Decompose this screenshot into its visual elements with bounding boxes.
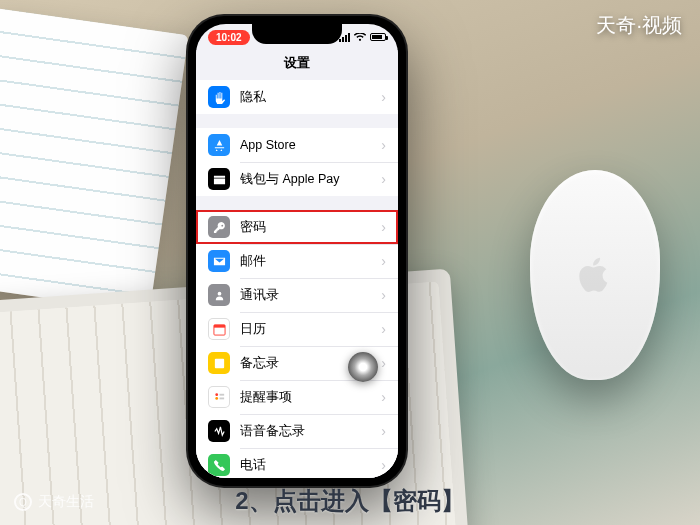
settings-list[interactable]: 隐私›App Store›钱包与 Apple Pay›密码›邮件›通讯录›日历›…	[196, 80, 398, 478]
phone-frame: 10:02 设置 隐私›App Store›钱包与 Apple Pay›密码›邮…	[188, 16, 406, 486]
chevron-right-icon: ›	[381, 321, 386, 337]
key-icon	[208, 216, 230, 238]
settings-row-hand[interactable]: 隐私›	[196, 80, 398, 114]
chevron-right-icon: ›	[381, 253, 386, 269]
reminders-icon	[208, 386, 230, 408]
settings-row-label: 提醒事项	[240, 389, 375, 406]
nav-title: 设置	[196, 50, 398, 80]
chevron-right-icon: ›	[381, 287, 386, 303]
chevron-right-icon: ›	[381, 137, 386, 153]
apple-logo-icon	[577, 257, 613, 293]
settings-row-label: 钱包与 Apple Pay	[240, 171, 375, 188]
chevron-right-icon: ›	[381, 457, 386, 473]
chevron-right-icon: ›	[381, 389, 386, 405]
settings-row-phone[interactable]: 电话›	[196, 448, 398, 478]
wallet-icon	[208, 168, 230, 190]
watermark-bottom-left: Q 天奇生活	[14, 493, 94, 511]
settings-row-key[interactable]: 密码›	[196, 210, 398, 244]
chevron-right-icon: ›	[381, 355, 386, 371]
settings-row-label: 语音备忘录	[240, 423, 375, 440]
settings-row-label: 密码	[240, 219, 375, 236]
chevron-right-icon: ›	[381, 171, 386, 187]
phone-screen: 10:02 设置 隐私›App Store›钱包与 Apple Pay›密码›邮…	[196, 24, 398, 478]
settings-row-calendar[interactable]: 日历›	[196, 312, 398, 346]
contacts-icon	[208, 284, 230, 306]
background-mouse	[530, 170, 660, 380]
tutorial-caption: 2、点击进入【密码】	[235, 485, 464, 517]
hand-icon	[208, 86, 230, 108]
status-time-recording: 10:02	[208, 30, 250, 45]
chevron-right-icon: ›	[381, 89, 386, 105]
chevron-right-icon: ›	[381, 423, 386, 439]
assistive-touch-button[interactable]	[348, 352, 378, 382]
settings-row-label: 隐私	[240, 89, 375, 106]
appstore-icon	[208, 134, 230, 156]
wifi-icon	[354, 33, 366, 42]
settings-row-label: App Store	[240, 138, 375, 152]
svg-rect-7	[219, 397, 224, 399]
watermark-logo-icon: Q	[14, 493, 32, 511]
watermark-bottom-text: 天奇生活	[38, 493, 94, 511]
calendar-icon	[208, 318, 230, 340]
settings-row-label: 通讯录	[240, 287, 375, 304]
svg-rect-2	[213, 324, 224, 327]
settings-group: 隐私›	[196, 80, 398, 114]
chevron-right-icon: ›	[381, 219, 386, 235]
settings-row-contacts[interactable]: 通讯录›	[196, 278, 398, 312]
phone-notch	[252, 24, 342, 44]
settings-row-label: 电话	[240, 457, 375, 474]
settings-group: 密码›邮件›通讯录›日历›备忘录›提醒事项›语音备忘录›电话›信息›FaceTi…	[196, 210, 398, 478]
settings-row-label: 邮件	[240, 253, 375, 270]
settings-group: App Store›钱包与 Apple Pay›	[196, 128, 398, 196]
status-right	[339, 33, 386, 42]
svg-point-0	[217, 291, 221, 295]
notes-icon	[208, 352, 230, 374]
watermark-top-right: 天奇·视频	[596, 12, 682, 39]
settings-row-mail[interactable]: 邮件›	[196, 244, 398, 278]
mail-icon	[208, 250, 230, 272]
svg-rect-6	[219, 393, 224, 395]
settings-row-voice[interactable]: 语音备忘录›	[196, 414, 398, 448]
voice-icon	[208, 420, 230, 442]
settings-row-reminders[interactable]: 提醒事项›	[196, 380, 398, 414]
svg-point-5	[215, 397, 218, 400]
phone-icon	[208, 454, 230, 476]
settings-row-wallet[interactable]: 钱包与 Apple Pay›	[196, 162, 398, 196]
battery-icon	[370, 33, 386, 41]
settings-row-label: 日历	[240, 321, 375, 338]
svg-point-4	[215, 393, 218, 396]
settings-row-appstore[interactable]: App Store›	[196, 128, 398, 162]
